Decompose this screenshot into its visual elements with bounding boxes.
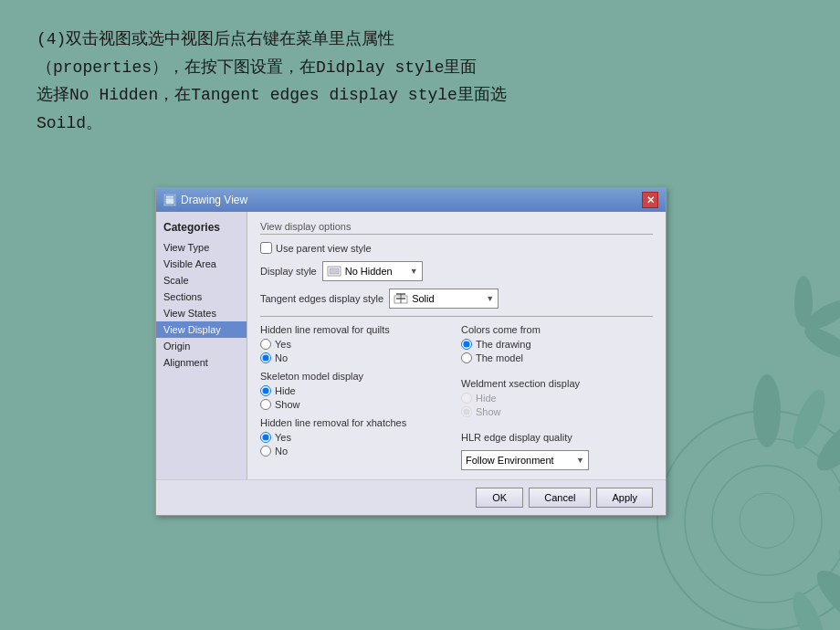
xhatch-yes-row: Yes bbox=[260, 432, 452, 443]
skeleton-show-label: Show bbox=[275, 399, 300, 410]
hlr-arrow: ▼ bbox=[576, 456, 584, 465]
weldment-hide-label: Hide bbox=[476, 393, 497, 404]
category-alignment[interactable]: Alignment bbox=[156, 354, 247, 371]
quilts-yes-row: Yes bbox=[260, 339, 452, 350]
categories-panel: Categories View Type Visible Area Scale … bbox=[156, 212, 247, 479]
category-sections[interactable]: Sections bbox=[156, 289, 247, 305]
tangent-arrow: ▼ bbox=[486, 294, 494, 303]
hlr-label: HLR edge display quality bbox=[461, 432, 653, 443]
divider-1 bbox=[260, 316, 653, 317]
quilts-no-label: No bbox=[275, 352, 288, 363]
skeleton-group: Skeleton model display Hide Show bbox=[260, 371, 452, 410]
left-column: Hidden line removal for quilts Yes No Sk… bbox=[260, 324, 452, 470]
xhatch-yes-radio[interactable] bbox=[260, 432, 271, 443]
category-visible-area[interactable]: Visible Area bbox=[156, 256, 247, 272]
svg-point-3 bbox=[740, 493, 794, 548]
category-view-type[interactable]: View Type bbox=[156, 239, 247, 256]
quilts-no-row: No bbox=[260, 352, 452, 363]
skeleton-hide-radio[interactable] bbox=[260, 385, 271, 396]
hidden-line-xhatch-group: Hidden line removal for xhatches Yes No bbox=[260, 417, 452, 457]
two-column-section: Hidden line removal for quilts Yes No Sk… bbox=[260, 324, 653, 470]
ok-button[interactable]: OK bbox=[476, 488, 523, 508]
hidden-line-xhatch-title: Hidden line removal for xhatches bbox=[260, 417, 452, 428]
instruction-line-1: (4)双击视图或选中视图后点右键在菜单里点属性 bbox=[37, 26, 803, 54]
svg-rect-15 bbox=[165, 195, 174, 205]
tangent-value: Solid bbox=[412, 293, 434, 304]
instruction-line-3: 选择No Hidden，在Tangent edges display style… bbox=[37, 81, 803, 110]
cancel-button[interactable]: Cancel bbox=[529, 488, 591, 508]
use-parent-row: Use parent view style bbox=[260, 242, 653, 254]
display-style-label: Display style bbox=[260, 266, 317, 277]
instruction-line-2: （properties），在按下图设置，在Didplay style里面 bbox=[37, 54, 803, 82]
svg-point-2 bbox=[712, 466, 822, 575]
dialog-close-button[interactable]: ✕ bbox=[642, 192, 658, 208]
right-column: Colors come from The drawing The model W… bbox=[461, 324, 653, 470]
colors-title: Colors come from bbox=[461, 324, 653, 335]
weldment-show-row: Show bbox=[461, 406, 653, 417]
hidden-line-quilts-title: Hidden line removal for quilts bbox=[260, 324, 452, 335]
colors-model-label: The model bbox=[476, 352, 523, 363]
category-origin[interactable]: Origin bbox=[156, 338, 247, 354]
display-style-arrow: ▼ bbox=[410, 267, 418, 276]
hlr-dropdown[interactable]: Follow Environment ▼ bbox=[461, 450, 589, 470]
skeleton-hide-label: Hide bbox=[275, 385, 296, 396]
xhatch-no-label: No bbox=[275, 446, 288, 457]
quilts-yes-label: Yes bbox=[275, 339, 291, 350]
category-view-display[interactable]: View Display bbox=[156, 321, 247, 338]
hidden-line-quilts-group: Hidden line removal for quilts Yes No bbox=[260, 324, 452, 363]
drawing-view-dialog: Drawing View ✕ Categories View Type Visi… bbox=[155, 187, 667, 516]
tangent-label: Tangent edges display style bbox=[260, 293, 383, 304]
weldment-hide-radio[interactable] bbox=[461, 393, 472, 404]
hlr-row: Follow Environment ▼ bbox=[461, 450, 653, 470]
categories-title: Categories bbox=[156, 219, 247, 239]
dialog-footer: OK Cancel Apply bbox=[156, 479, 666, 515]
use-parent-checkbox[interactable] bbox=[260, 242, 272, 254]
weldment-title: Weldment xsection display bbox=[461, 378, 653, 389]
colors-group: Colors come from The drawing The model bbox=[461, 324, 653, 363]
display-style-value: No Hidden bbox=[345, 266, 393, 277]
xhatch-no-radio[interactable] bbox=[260, 446, 271, 457]
instruction-block: (4)双击视图或选中视图后点右键在菜单里点属性 （properties），在按下… bbox=[37, 26, 803, 137]
weldment-group: Weldment xsection display Hide Show bbox=[461, 378, 653, 417]
hlr-section: HLR edge display quality Follow Environm… bbox=[461, 432, 653, 470]
dialog-body: Categories View Type Visible Area Scale … bbox=[156, 212, 666, 479]
apply-button[interactable]: Apply bbox=[596, 488, 653, 508]
display-style-row: Display style No Hidden ▼ bbox=[260, 261, 653, 281]
xhatch-no-row: No bbox=[260, 446, 452, 457]
weldment-hide-row: Hide bbox=[461, 393, 653, 404]
content-panel: View display options Use parent view sty… bbox=[247, 212, 666, 479]
colors-drawing-label: The drawing bbox=[476, 339, 531, 350]
skeleton-title: Skeleton model display bbox=[260, 371, 452, 382]
category-view-states[interactable]: View States bbox=[156, 305, 247, 321]
no-hidden-icon bbox=[327, 266, 341, 277]
quilts-no-radio[interactable] bbox=[260, 352, 271, 363]
colors-drawing-row: The drawing bbox=[461, 339, 653, 350]
section-header: View display options bbox=[260, 221, 653, 235]
dialog-icon bbox=[163, 194, 176, 206]
use-parent-label: Use parent view style bbox=[276, 243, 372, 254]
skeleton-show-row: Show bbox=[260, 399, 452, 410]
weldment-show-radio[interactable] bbox=[461, 406, 472, 417]
titlebar-left: Drawing View bbox=[163, 194, 247, 206]
hlr-value: Follow Environment bbox=[466, 455, 554, 466]
svg-rect-18 bbox=[330, 268, 339, 274]
tangent-icon bbox=[394, 293, 408, 304]
dialog-title: Drawing View bbox=[181, 194, 247, 206]
svg-point-4 bbox=[753, 374, 781, 447]
quilts-yes-radio[interactable] bbox=[260, 339, 271, 350]
colors-drawing-radio[interactable] bbox=[461, 339, 472, 350]
svg-point-1 bbox=[685, 438, 840, 603]
skeleton-show-radio[interactable] bbox=[260, 399, 271, 410]
tangent-dropdown[interactable]: Solid ▼ bbox=[389, 289, 499, 309]
skeleton-hide-row: Hide bbox=[260, 385, 452, 396]
dialog-titlebar: Drawing View ✕ bbox=[156, 188, 666, 212]
weldment-show-label: Show bbox=[476, 406, 501, 417]
tangent-row: Tangent edges display style Solid ▼ bbox=[260, 289, 653, 309]
xhatch-yes-label: Yes bbox=[275, 432, 291, 443]
display-style-dropdown[interactable]: No Hidden ▼ bbox=[322, 261, 423, 281]
category-scale[interactable]: Scale bbox=[156, 272, 247, 289]
colors-model-row: The model bbox=[461, 352, 653, 363]
colors-model-radio[interactable] bbox=[461, 352, 472, 363]
instruction-line-4: Soild。 bbox=[37, 110, 803, 138]
